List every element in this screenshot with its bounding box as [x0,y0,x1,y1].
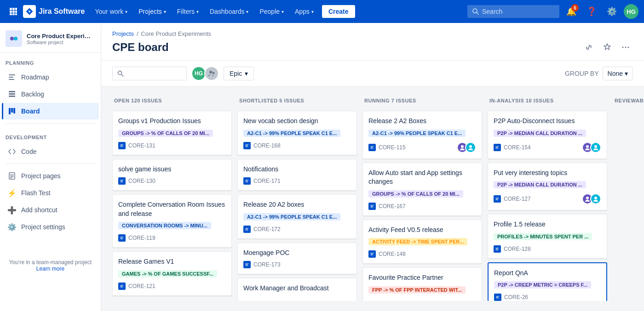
avatar-group-icon[interactable] [204,66,219,81]
issue-type-icon [494,245,501,253]
group-by-select[interactable]: None ▾ [603,67,633,80]
column-open: OPEN 120 ISSUESGroups v1 Production Issu… [112,94,232,301]
card-avatar-group [457,142,476,153]
search-box[interactable] [467,5,559,18]
search-icon [472,8,479,15]
nav-your-work[interactable]: Your work ▾ [90,5,132,18]
svg-point-12 [14,37,17,40]
column-cards-running: Release 2 A2 BoxesA2-C1 -> 99% PEOPLE SP… [362,111,482,301]
learn-more-link[interactable]: Learn more [36,266,64,272]
board-card[interactable]: Groups v1 Production IssuesGROUPS -> % O… [112,111,232,155]
board-card[interactable]: Moengage POCCORE-173 [237,243,357,275]
board-card[interactable]: Work Manager and Broadcast [237,278,357,301]
card-tag: GROUPS -> % OF CALLS OF 20 MI... [368,190,463,198]
card-footer: CORE-168 [243,142,351,149]
breadcrumb-projects[interactable]: Projects [112,30,134,37]
card-tag: FPP -> % OF FPP INTERACTED WIT... [368,286,466,294]
project-info: Core Product Experim... Software project [27,33,91,45]
card-tag: GROUPS -> % OF CALLS OF 20 MI... [118,130,213,137]
help-button[interactable]: ❓ [583,3,600,20]
card-footer: CORE-121 [118,283,226,290]
card-footer: CORE-131 [118,142,226,149]
backlog-icon [7,90,17,99]
nav-projects[interactable]: Projects ▾ [134,5,171,18]
jira-logo[interactable]: Jira Software [23,5,85,18]
board-card[interactable]: solve game issuesCORE-130 [112,159,232,191]
issue-type-icon [118,234,126,242]
sidebar-item-project-settings[interactable]: ⚙️ Project settings [2,219,99,235]
issue-id: CORE-173 [253,261,281,268]
logo-text: Jira Software [39,7,85,16]
board-filter-input[interactable] [126,70,182,77]
sidebar-item-project-pages[interactable]: Project pages [2,168,99,184]
card-footer: CORE-171 [243,177,351,185]
card-avatar-group [582,142,601,153]
column-running: RUNNING 7 ISSUESRelease 2 A2 BoxesA2-C1 … [362,94,482,301]
svg-rect-19 [9,108,11,114]
board-card[interactable]: Release 2 A2 BoxesA2-C1 -> 99% PEOPLE SP… [362,111,482,159]
board-search-box[interactable] [112,67,187,80]
column-cards-in-analysis: P2P Auto-Disconnect IssuesP2P -> MEDIAN … [488,111,607,301]
board-card[interactable]: NotificationsCORE-171 [237,159,357,191]
breadcrumb-current: Core Product Experiments [141,30,211,37]
card-issue: CORE-121 [118,283,155,290]
settings-button[interactable]: ⚙️ [604,3,620,20]
chevron-icon: ▾ [196,9,199,14]
board-card[interactable]: Activity Feed V0.5 releaseACTIVITY FEED … [362,220,482,264]
card-issue: CORE-128 [494,245,531,253]
board-card[interactable]: Report QnAP2P -> CREEP METRIC = CREEPS F… [488,262,607,301]
board-card[interactable]: Profile 1.5 releasePROFILES -> MINUTES S… [488,214,607,259]
create-button[interactable]: Create [322,5,355,18]
column-reviewable: REVIEWABLE [613,94,644,301]
notification-badge: 6 [571,4,579,11]
board-card[interactable]: Release Games V1GAMES -> % OF GAMES SUCC… [112,251,232,296]
board-card[interactable]: Complete Conversation Room Issues and re… [112,194,232,248]
project-settings-label: Project settings [21,223,65,231]
nav-apps[interactable]: Apps ▾ [290,5,318,18]
project-header: Core Product Experim... Software project [0,23,101,53]
card-tag: A2-C1 -> 99% PEOPLE SPEAK C1 E... [243,213,340,221]
sidebar-item-flash-test[interactable]: ⚡ Flash Test [2,185,99,201]
sidebar-item-board[interactable]: Board [2,103,99,119]
development-label: DEVELOPMENT [0,127,101,143]
board-card[interactable]: Allow Auto start and App settings change… [362,163,482,216]
svg-rect-24 [10,176,14,177]
star-icon-button[interactable] [600,40,615,55]
board-card[interactable]: Favourite Practice PartnerFPP -> % OF FP… [362,267,482,301]
board-card[interactable]: P2P Auto-Disconnect IssuesP2P -> MEDIAN … [488,111,607,159]
card-footer: CORE-128 [494,245,601,253]
add-icon: ➕ [7,205,17,215]
nav-right: 🔔 6 ❓ ⚙️ HG [467,3,638,20]
board-card[interactable]: Put very interesting topicsP2P -> MEDIAN… [488,163,607,211]
nav-dashboards[interactable]: Dashboards ▾ [205,5,253,18]
board-card[interactable]: New vocab section designA2-C1 -> 99% PEO… [237,111,357,155]
flash-icon: ⚡ [7,188,17,198]
apps-grid-icon[interactable] [6,4,21,19]
card-footer: CORE-167 [368,203,476,210]
user-avatar[interactable]: HG [624,4,638,19]
svg-rect-18 [9,96,15,97]
code-label: Code [21,148,36,155]
card-title: solve game issues [118,165,226,174]
sidebar-item-code[interactable]: Code [2,143,99,160]
search-input[interactable] [482,8,546,15]
svg-rect-0 [10,8,12,10]
link-icon-button[interactable] [581,40,596,55]
more-actions-button[interactable] [618,40,633,55]
svg-rect-15 [9,79,14,80]
board-card[interactable]: Release 20 A2 boxesA2-C1 -> 99% PEOPLE S… [237,194,357,239]
sidebar-item-roadmap[interactable]: Roadmap [2,69,99,85]
svg-rect-20 [11,108,13,113]
svg-rect-23 [10,175,14,175]
nav-filters[interactable]: Filters ▾ [172,5,203,18]
card-footer: CORE-154 [494,142,601,153]
svg-point-35 [594,145,597,148]
sidebar-item-add-shortcut[interactable]: ➕ Add shortcut [2,202,99,218]
sidebar-item-backlog[interactable]: Backlog [2,86,99,102]
nav-people[interactable]: People ▾ [255,5,288,18]
svg-point-11 [10,37,14,40]
card-title: P2P Auto-Disconnect Issues [494,117,601,126]
notifications-button[interactable]: 🔔 6 [563,3,580,20]
chevron-icon: ▾ [125,9,127,14]
epic-filter-button[interactable]: Epic ▾ [224,67,254,80]
